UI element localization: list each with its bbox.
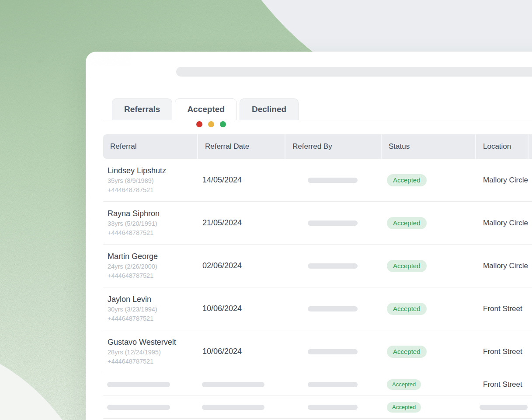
referred-by-cell (285, 245, 381, 287)
address-bar[interactable] (176, 67, 532, 77)
column-header-status: Status (381, 134, 475, 159)
referral-date-cell (197, 373, 285, 396)
referral-name: Lindsey Lipshutz (108, 165, 166, 176)
status-badge: Accepted (387, 303, 427, 315)
referral-name-cell (103, 396, 197, 418)
empty-cell (528, 287, 532, 330)
status-badge: Accepted (387, 402, 421, 413)
column-header-location: Location (475, 134, 528, 159)
referred-by-placeholder-bar (308, 382, 358, 387)
tab-referrals[interactable]: Referrals (112, 98, 172, 120)
empty-cell (528, 245, 532, 287)
column-header-referral-date: Referral Date (197, 134, 285, 159)
referral-age-dob: 33yrs (5/20/1991) (108, 219, 157, 228)
referral-name-cell: Lindsey Lipshutz 35yrs (8/9/1989) +44464… (103, 159, 197, 201)
status-badge: Accepted (387, 346, 427, 358)
referral-date-cell: 21/05/2024 (197, 202, 285, 244)
referral-name: Jaylon Levin (108, 294, 151, 305)
referral-date-cell (197, 396, 285, 418)
empty-cell (528, 396, 532, 418)
referral-name-cell (103, 373, 197, 396)
tab-bar: Referrals Accepted Declined (103, 98, 532, 120)
status-cell: Accepted (381, 245, 475, 287)
name-placeholder-bar (107, 382, 170, 387)
referral-age-dob: 28yrs (12/24/1995) (108, 348, 161, 357)
empty-cell (528, 330, 532, 373)
referral-age-dob: 30yrs (3/23/1994) (108, 305, 157, 314)
referral-date-cell: 14/05/2024 (197, 159, 285, 201)
referral-name: Gustavo Westervelt (108, 337, 176, 348)
empty-cell (528, 373, 532, 396)
browser-window: Referrals Accepted Declined Referral Ref… (86, 52, 532, 420)
referral-date-cell: 10/06/2024 (197, 287, 285, 330)
referral-age-dob: 35yrs (8/9/1989) (108, 176, 154, 186)
table-row[interactable]: Gustavo Westervelt 28yrs (12/24/1995) +4… (103, 330, 532, 373)
table-row[interactable]: Lindsey Lipshutz 35yrs (8/9/1989) +44464… (103, 159, 532, 202)
referred-by-placeholder-bar (308, 349, 358, 354)
table-row[interactable]: Jaylon Levin 30yrs (3/23/1994) +44464878… (103, 287, 532, 330)
referral-date-cell: 02/06/2024 (197, 245, 285, 287)
table-header-row: Referral Referral Date Referred By Statu… (103, 134, 532, 159)
referral-phone: +444648787521 (108, 314, 153, 323)
table-row-loading[interactable]: Accepted Front Street (103, 373, 532, 396)
status-cell: Accepted (381, 373, 475, 396)
empty-cell (528, 159, 532, 201)
zoom-window-icon[interactable] (220, 121, 226, 127)
status-cell: Accepted (381, 330, 475, 373)
referral-name: Rayna Siphron (108, 208, 160, 219)
referred-by-placeholder-bar (308, 263, 358, 269)
referral-phone: +444648787521 (108, 186, 153, 195)
status-cell: Accepted (381, 287, 475, 330)
location-cell: Front Street (475, 287, 528, 330)
status-cell: Accepted (381, 202, 475, 244)
referral-date-cell: 10/06/2024 (197, 330, 285, 373)
tab-accepted[interactable]: Accepted (175, 98, 237, 120)
referred-by-cell (285, 202, 381, 244)
referral-name-cell: Jaylon Levin 30yrs (3/23/1994) +44464878… (103, 287, 197, 330)
referred-by-cell (285, 373, 381, 396)
referral-age-dob: 24yrs (2/26/2000) (108, 262, 157, 271)
status-cell: Accepted (381, 159, 475, 201)
column-header-empty (528, 134, 532, 159)
column-header-referred-by: Referred By (285, 134, 381, 159)
location-placeholder-bar (480, 405, 528, 410)
referral-name-cell: Rayna Siphron 33yrs (5/20/1991) +4446487… (103, 202, 197, 244)
status-badge: Accepted (387, 217, 427, 229)
status-cell: Accepted (381, 396, 475, 418)
column-header-referral: Referral (103, 134, 197, 159)
referred-by-cell (285, 287, 381, 330)
status-badge: Accepted (387, 260, 427, 272)
referred-by-placeholder-bar (308, 405, 358, 410)
table-row[interactable]: Rayna Siphron 33yrs (5/20/1991) +4446487… (103, 202, 532, 245)
status-badge: Accepted (387, 379, 421, 390)
minimize-window-icon[interactable] (208, 121, 214, 127)
referred-by-placeholder-bar (308, 220, 358, 226)
referral-name-cell: Martin George 24yrs (2/26/2000) +4446487… (103, 245, 197, 287)
close-window-icon[interactable] (196, 121, 202, 127)
referral-name: Martin George (108, 251, 158, 262)
location-cell (475, 396, 528, 418)
location-cell: Mallory Circle (475, 159, 528, 201)
location-cell: Front Street (475, 330, 528, 373)
referred-by-cell (285, 330, 381, 373)
date-placeholder-bar (202, 405, 264, 410)
referred-by-placeholder-bar (308, 178, 358, 183)
referred-by-cell (285, 396, 381, 418)
status-badge: Accepted (387, 174, 427, 186)
referral-phone: +444648787521 (108, 357, 153, 366)
window-controls (196, 121, 226, 127)
table-row[interactable]: Martin George 24yrs (2/26/2000) +4446487… (103, 245, 532, 287)
table-row-loading[interactable]: Accepted (103, 396, 532, 419)
referred-by-cell (285, 159, 381, 201)
tab-declined[interactable]: Declined (240, 98, 299, 120)
location-cell: Mallory Circle (475, 245, 528, 287)
location-cell: Front Street (475, 373, 528, 396)
date-placeholder-bar (202, 382, 264, 387)
referral-name-cell: Gustavo Westervelt 28yrs (12/24/1995) +4… (103, 330, 197, 373)
referral-phone: +444648787521 (108, 228, 153, 238)
name-placeholder-bar (107, 405, 170, 410)
location-cell: Mallory Circle (475, 202, 528, 244)
referral-phone: +444648787521 (108, 271, 153, 280)
referrals-table: Referral Referral Date Referred By Statu… (103, 134, 532, 419)
empty-cell (528, 202, 532, 244)
